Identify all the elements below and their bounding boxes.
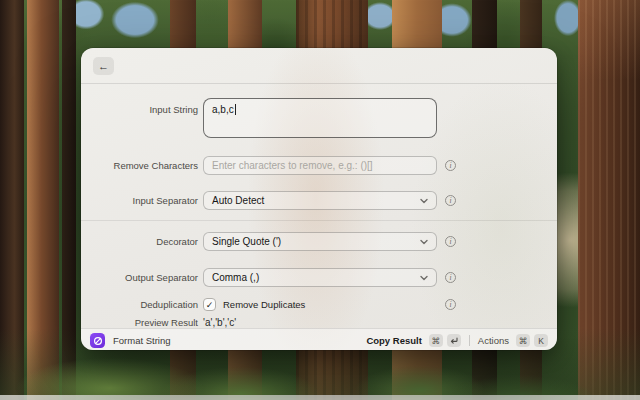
decorator-row: Decorator Single Quote (') i: [81, 232, 557, 251]
checkmark-icon: ✓: [206, 300, 214, 310]
decorator-dropdown[interactable]: Single Quote ('): [203, 232, 437, 251]
chevron-down-icon: [420, 239, 428, 245]
input-string-textarea[interactable]: a,b,c: [203, 98, 437, 138]
k-key: K: [534, 334, 548, 347]
format-string-form: Input String a,b,c Remove Characters i I…: [81, 84, 557, 328]
info-icon[interactable]: i: [445, 299, 456, 310]
remove-duplicates-label: Remove Duplicates: [223, 299, 305, 310]
dock-edge: [0, 395, 640, 400]
preview-result-value: 'a','b','c': [203, 317, 437, 328]
actions-label: Actions: [478, 335, 509, 346]
copy-result-label: Copy Result: [366, 335, 421, 346]
remove-characters-input[interactable]: [203, 156, 437, 175]
command-key: ⌘: [429, 334, 443, 347]
format-string-extension-icon: [90, 333, 105, 348]
chevron-down-icon: [420, 275, 428, 281]
remove-characters-label: Remove Characters: [98, 160, 198, 171]
output-separator-row: Output Separator Comma (,) i: [81, 268, 557, 287]
input-string-label: Input String: [98, 98, 198, 115]
decorator-label: Decorator: [98, 236, 198, 247]
output-separator-dropdown[interactable]: Comma (,): [203, 268, 437, 287]
copy-result-button[interactable]: Copy Result ⌘: [366, 334, 460, 347]
input-separator-value: Auto Detect: [212, 195, 420, 206]
info-icon[interactable]: i: [445, 160, 456, 171]
deduplication-row: Deduplication ✓ Remove Duplicates i: [81, 298, 557, 311]
window-header: ←: [81, 48, 557, 83]
section-divider: [81, 220, 557, 221]
input-string-value: a,b,c: [212, 104, 234, 115]
decorator-value: Single Quote ('): [212, 236, 420, 247]
back-arrow-icon: ←: [98, 60, 109, 72]
back-button[interactable]: ←: [93, 57, 114, 75]
preview-result-row: Preview Result 'a','b','c': [81, 317, 557, 328]
output-separator-value: Comma (,): [212, 272, 420, 283]
chevron-down-icon: [420, 198, 428, 204]
command-key: ⌘: [516, 334, 530, 347]
input-separator-dropdown[interactable]: Auto Detect: [203, 191, 437, 210]
footer-divider: [469, 335, 470, 346]
output-separator-label: Output Separator: [98, 272, 198, 283]
deduplication-label: Deduplication: [98, 299, 198, 310]
info-icon[interactable]: i: [445, 195, 456, 206]
info-icon[interactable]: i: [445, 236, 456, 247]
extension-name: Format String: [113, 335, 366, 346]
input-string-row: Input String a,b,c: [81, 98, 557, 138]
input-separator-row: Input Separator Auto Detect i: [81, 191, 557, 210]
remove-duplicates-checkbox[interactable]: ✓: [203, 298, 216, 311]
info-icon[interactable]: i: [445, 272, 456, 283]
remove-characters-row: Remove Characters i: [81, 156, 557, 175]
preview-result-label: Preview Result: [98, 317, 198, 328]
deduplication-control: ✓ Remove Duplicates: [203, 298, 437, 311]
raycast-window: ← Input String a,b,c Remove Characters i…: [81, 48, 557, 350]
text-caret: [235, 104, 236, 115]
input-separator-label: Input Separator: [98, 195, 198, 206]
actions-button[interactable]: Actions ⌘ K: [478, 334, 548, 347]
action-bar: Format String Copy Result ⌘ Actions ⌘ K: [81, 328, 557, 350]
return-key: [447, 334, 461, 347]
